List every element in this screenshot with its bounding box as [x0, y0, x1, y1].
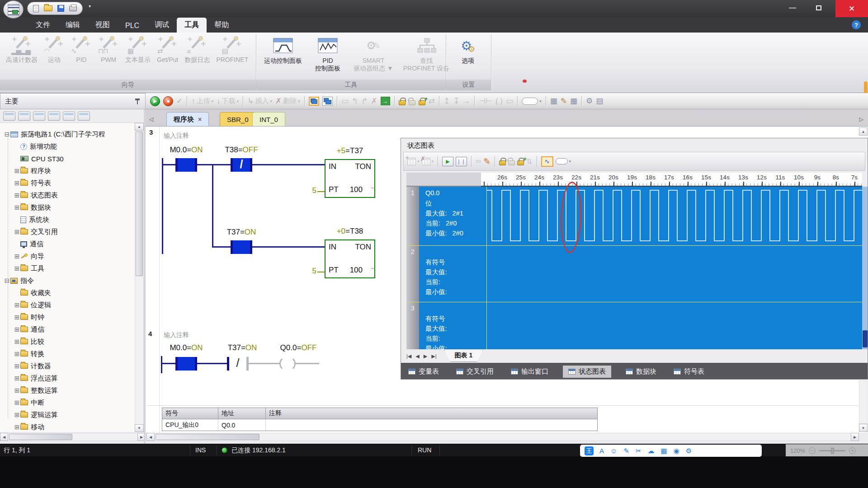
contact-m00[interactable] — [175, 158, 197, 172]
contact-t38-nc[interactable]: / — [231, 158, 252, 172]
timer-box-t38[interactable]: IN TON PT 100 — [325, 239, 375, 278]
dropdown-caret-icon[interactable]: ▾ — [298, 99, 300, 103]
wizard-text-display-button[interactable]: ▦文本显示 — [122, 33, 154, 64]
tree-hscroll-thumb[interactable] — [9, 434, 72, 440]
customize-quickbar-icon[interactable]: ▾ — [89, 4, 91, 9]
tree-scroll-thumb[interactable] — [136, 131, 143, 276]
symbol-table-view-button[interactable]: ▦ — [549, 97, 558, 105]
dropdown-caret-icon[interactable]: ▾ — [212, 99, 214, 103]
tree-item-程序块[interactable]: ⊞程序块 — [0, 165, 135, 177]
editor-scroll-up-icon[interactable]: ▲ — [859, 127, 868, 136]
chart-tab[interactable]: 图表 1 — [444, 350, 483, 362]
smart-drive-config-button[interactable]: ⚙✎SMART驱动器组态 ▼ — [350, 34, 397, 72]
zoom-out-icon[interactable]: − — [809, 447, 816, 454]
move-up-button[interactable]: ↥ — [443, 97, 451, 105]
tree-item-中断[interactable]: ⊞中断 — [0, 397, 135, 408]
table-edit-button[interactable]: ▦ — [569, 97, 578, 105]
tree-item-交叉引用[interactable]: ⊞交叉引用 — [0, 226, 135, 238]
tree-item-系统块[interactable]: 系统块 — [0, 214, 135, 225]
tree-item-通信[interactable]: 通信 — [0, 238, 135, 250]
view-icon-6[interactable] — [78, 112, 90, 121]
wizard-pwm-button[interactable]: ⊓⊓PWM — [95, 33, 122, 64]
move-right-button[interactable]: → — [462, 97, 471, 105]
tree-expander-icon[interactable]: ⊞ — [14, 351, 20, 357]
tree-item-工具[interactable]: ⊞工具 — [0, 263, 135, 274]
minimize-button[interactable]: — — [781, 0, 804, 15]
editor-scroll-left-icon[interactable]: ◀ — [146, 433, 155, 441]
symbol-col-header[interactable]: 符号 — [162, 408, 218, 419]
dropdown-caret-icon[interactable]: ▾ — [432, 159, 434, 164]
dock-tab-输出窗口[interactable]: 输出窗口 — [508, 366, 551, 378]
dropdown-caret-icon[interactable]: ▾ — [270, 99, 273, 103]
tree-expander-icon[interactable]: ⊞ — [14, 180, 20, 186]
dropdown-caret-icon[interactable]: ▾ — [539, 99, 542, 103]
menu-item-编辑[interactable]: 编辑 — [58, 18, 88, 33]
tree-scroll-down-icon[interactable]: ▼ — [135, 424, 144, 432]
bookmark-button[interactable]: ▭ — [340, 97, 349, 105]
menu-item-PLC[interactable]: PLC — [118, 19, 147, 33]
next-bookmark-button[interactable]: ↱ — [360, 97, 368, 105]
tree-expander-icon[interactable]: ⊞ — [14, 412, 20, 418]
dock-tab-数据块[interactable]: 数据块 — [623, 366, 659, 378]
tree-expander-icon[interactable]: ⊞ — [14, 253, 20, 259]
upload-button[interactable]: ↑上传▾ — [190, 97, 214, 105]
tree-item-时钟[interactable]: ⊞时钟 — [0, 311, 135, 323]
tree-item-收藏夹[interactable]: 收藏夹 — [0, 287, 135, 299]
ime-icon-3[interactable]: ✂ — [636, 447, 642, 455]
chart-scrollbar[interactable] — [862, 187, 868, 349]
unforce-button[interactable] — [508, 157, 515, 165]
dock-tab-交叉引用[interactable]: 交叉引用 — [453, 366, 496, 378]
comment-col-header[interactable]: 注释 — [266, 408, 597, 419]
close-button[interactable]: ✕ — [835, 0, 868, 17]
new-chart-button[interactable]: ▾ — [407, 158, 420, 165]
dropdown-caret-icon[interactable]: ▾ — [237, 99, 239, 103]
print-icon[interactable] — [69, 6, 77, 11]
chart-grid[interactable]: 1Q0.0位最大值:2#1当前:2#0最小值:2#02有符号最大值:当前:最小值… — [406, 187, 862, 349]
unforce-button[interactable] — [408, 97, 416, 105]
chart-next-icon[interactable]: ▶ — [424, 353, 427, 359]
open-file-icon[interactable] — [44, 5, 52, 11]
pou-edit-button[interactable]: ✎ — [560, 97, 568, 105]
dock-tab-状态图表[interactable]: 状态图表 — [563, 366, 611, 378]
compile-button[interactable]: ✓ — [175, 97, 184, 105]
tree-scroll-left-icon[interactable]: ◀ — [0, 433, 8, 441]
address-col-header[interactable]: 地址 — [218, 408, 266, 419]
tree-item-数据块[interactable]: ⊞数据块 — [0, 202, 135, 213]
tree-expander-icon[interactable]: ⊞ — [14, 265, 20, 272]
menu-item-调试[interactable]: 调试 — [147, 18, 177, 33]
insert-box-button[interactable]: ▭ — [505, 97, 514, 105]
project-grid-button[interactable]: ▤ — [595, 97, 604, 105]
tree-expander-icon[interactable]: ⊞ — [14, 168, 20, 174]
address-tag-button[interactable]: ▾ — [556, 158, 571, 164]
goto-button[interactable]: → — [380, 97, 391, 105]
motion-control-panel-button[interactable]: 运动控制面板 — [260, 34, 306, 72]
contact-m00-n4[interactable] — [175, 357, 197, 371]
zoom-slider[interactable] — [819, 450, 845, 451]
menu-item-帮助[interactable]: 帮助 — [207, 18, 236, 33]
program-status-button[interactable] — [308, 97, 320, 106]
view-icon-3[interactable] — [33, 112, 45, 121]
force-button[interactable] — [398, 97, 406, 105]
view-icon-1[interactable] — [3, 112, 15, 121]
menu-item-视图[interactable]: 视图 — [88, 18, 118, 33]
tree-expander-icon[interactable]: ⊞ — [14, 326, 20, 333]
delete-chart-button[interactable]: ▾ — [422, 158, 434, 165]
tree-expander-icon[interactable]: ⊟ — [4, 131, 10, 137]
wizard-high-speed-counter-button[interactable]: ▂▅▂▅高速计数器 — [3, 33, 41, 64]
tree-item-状态图表[interactable]: ⊞状态图表 — [0, 189, 135, 201]
tab-scroll-left-icon[interactable]: ◁ — [149, 116, 153, 122]
chart-pause-button[interactable]: ❘❘ — [456, 157, 467, 166]
tree-expander-icon[interactable]: ⊞ — [14, 424, 20, 430]
q00-waveform[interactable] — [486, 187, 862, 245]
tree-item-振荡电路1 (C:\西门子学习程[interactable]: ⊟振荡电路1 (C:\西门子学习程 — [0, 128, 135, 140]
wizard-motion-button[interactable]: ◠运动 — [41, 33, 68, 64]
network-3-comment[interactable]: 输入注释 — [164, 132, 189, 140]
dropdown-caret-icon[interactable]: ▾ — [569, 159, 571, 164]
tree-scroll-up-icon[interactable]: ▲ — [135, 123, 144, 131]
tree-item-通信[interactable]: ⊞通信 — [0, 324, 135, 335]
tree-expander-icon[interactable]: ⊞ — [14, 363, 20, 369]
tree-expander-icon[interactable]: ⊞ — [14, 375, 20, 381]
tree-item-CPU ST30[interactable]: CPU ST30 — [0, 153, 135, 164]
write-all-button[interactable]: ✎ — [483, 156, 491, 167]
zoom-slider-thumb[interactable] — [831, 448, 834, 454]
